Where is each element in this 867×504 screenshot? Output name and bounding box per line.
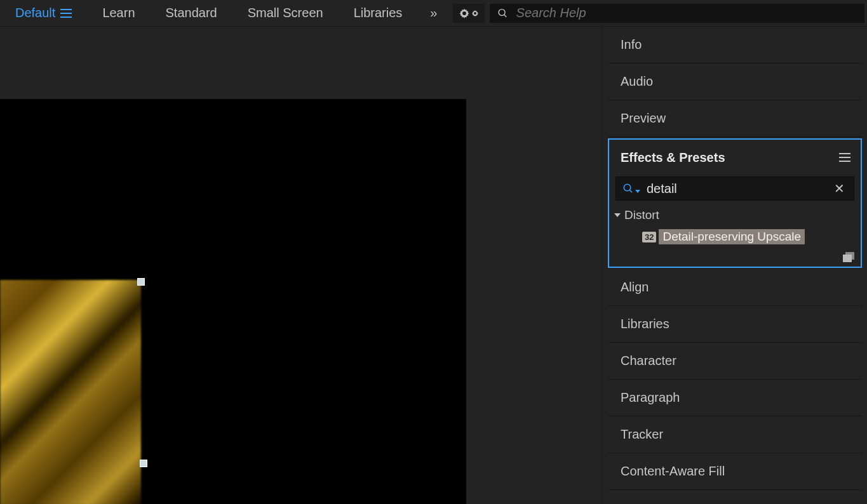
right-panel-group: Info Audio Preview Effects & Presets ✕ D… — [603, 27, 867, 504]
composition-canvas[interactable] — [0, 99, 466, 504]
effects-panel-header[interactable]: Effects & Presets — [609, 140, 861, 175]
composition-viewer[interactable] — [0, 27, 603, 504]
panel-tab-preview[interactable]: Preview — [608, 100, 862, 137]
workspace-tab-label: Standard — [166, 6, 217, 20]
footage-layer[interactable] — [0, 280, 141, 504]
selection-handle[interactable] — [137, 278, 145, 286]
workspace-tab-label: Learn — [102, 6, 135, 20]
panel-tab-paragraph[interactable]: Paragraph — [608, 380, 862, 416]
svg-point-0 — [499, 9, 506, 15]
workspace-tab-libraries[interactable]: Libraries — [339, 0, 418, 26]
workspace-tab-default[interactable]: Default — [0, 0, 87, 26]
svg-line-3 — [629, 190, 632, 192]
panel-label: Info — [621, 37, 642, 52]
bit-depth-badge: 32 — [642, 232, 656, 242]
search-icon — [497, 8, 508, 19]
panel-tab-audio[interactable]: Audio — [608, 63, 862, 100]
workspace-tabs: Default Learn Standard Small Screen Libr… — [0, 0, 448, 26]
panel-label: Content-Aware Fill — [621, 464, 725, 479]
svg-point-2 — [624, 184, 631, 191]
search-help-input[interactable] — [516, 6, 857, 20]
effects-presets-panel: Effects & Presets ✕ Distort 32 Detail-pr… — [608, 138, 862, 268]
effect-name-label: Detail-preserving Upscale — [659, 229, 805, 244]
settings-button[interactable] — [453, 4, 485, 23]
double-gear-icon — [459, 8, 479, 19]
new-folder-icon[interactable] — [843, 252, 854, 262]
panel-label: Tracker — [621, 427, 663, 442]
effect-item-detail-preserving-upscale[interactable]: 32 Detail-preserving Upscale — [609, 226, 861, 248]
panel-label: Character — [621, 354, 676, 368]
effects-panel-footer — [609, 248, 861, 267]
search-icon — [622, 183, 634, 194]
selection-handle[interactable] — [140, 460, 147, 467]
chevron-down-icon — [614, 213, 621, 217]
panel-label: Preview — [621, 111, 666, 126]
category-label: Distort — [624, 208, 659, 222]
workspace-tab-label: Libraries — [354, 6, 403, 20]
workspace-bar: Default Learn Standard Small Screen Libr… — [0, 0, 867, 27]
overflow-chevron-icon[interactable]: » — [417, 6, 448, 20]
workspace-tab-label: Default — [15, 6, 55, 20]
hamburger-icon[interactable] — [60, 9, 72, 18]
effects-panel-title: Effects & Presets — [621, 150, 725, 165]
chevron-down-icon[interactable] — [635, 190, 640, 193]
effect-category-distort[interactable]: Distort — [609, 204, 861, 226]
effects-search-input[interactable] — [647, 182, 831, 196]
panel-tab-character[interactable]: Character — [608, 343, 862, 380]
panel-tab-content-aware-fill[interactable]: Content-Aware Fill — [608, 453, 862, 490]
panel-tab-tracker[interactable]: Tracker — [608, 416, 862, 453]
panel-label: Align — [621, 280, 649, 295]
svg-line-1 — [504, 15, 507, 17]
panel-menu-icon[interactable] — [839, 153, 850, 162]
panel-tab-align[interactable]: Align — [608, 269, 862, 306]
effects-search-box[interactable]: ✕ — [615, 176, 854, 201]
search-help-box[interactable] — [490, 4, 864, 23]
panel-tab-libraries[interactable]: Libraries — [608, 306, 862, 343]
panel-label: Audio — [621, 74, 653, 89]
panel-tab-info[interactable]: Info — [608, 27, 862, 63]
panel-label: Libraries — [621, 317, 669, 331]
workspace-tab-learn[interactable]: Learn — [87, 0, 150, 26]
workspace-tab-small-screen[interactable]: Small Screen — [232, 0, 339, 26]
workspace-tab-standard[interactable]: Standard — [151, 0, 232, 26]
clear-search-icon[interactable]: ✕ — [831, 181, 847, 196]
panel-label: Paragraph — [621, 390, 680, 405]
main-area: Info Audio Preview Effects & Presets ✕ D… — [0, 27, 867, 504]
workspace-tab-label: Small Screen — [248, 6, 323, 20]
